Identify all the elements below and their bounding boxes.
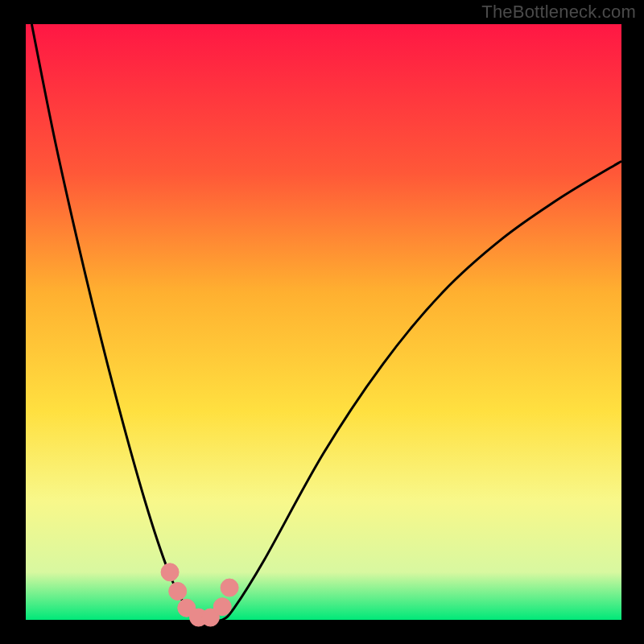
chart-frame: TheBottleneck.com [0, 0, 644, 644]
bottleneck-marker [161, 564, 179, 581]
bottleneck-marker [221, 579, 238, 597]
watermark-text: TheBottleneck.com [481, 2, 636, 23]
gradient-background [26, 24, 621, 620]
bottleneck-marker [169, 582, 187, 600]
bottleneck-chart [0, 0, 644, 644]
bottleneck-marker [213, 598, 231, 616]
